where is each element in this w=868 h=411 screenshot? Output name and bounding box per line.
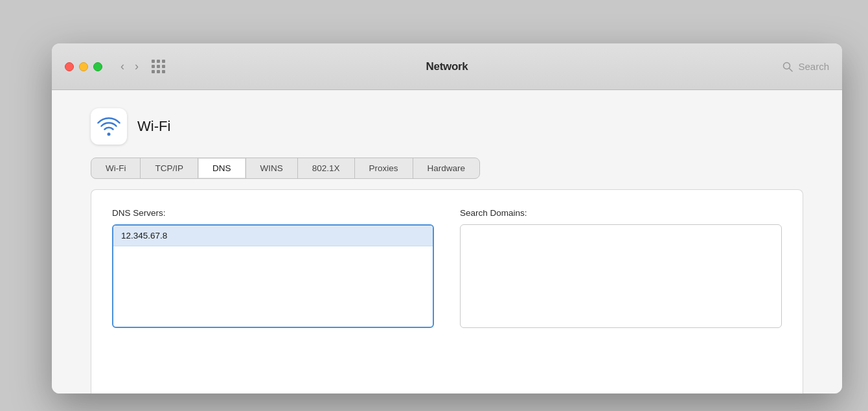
grid-dot: [152, 60, 155, 63]
tab-dns[interactable]: DNS: [198, 158, 246, 178]
search-domains-box[interactable]: [460, 224, 782, 328]
dns-entry[interactable]: 12.345.67.8: [113, 226, 433, 246]
tab-8021x[interactable]: 802.1X: [298, 158, 355, 178]
wifi-label: Wi-Fi: [137, 118, 170, 135]
grid-dot: [157, 60, 160, 63]
tab-hardware[interactable]: Hardware: [413, 158, 480, 178]
grid-dot: [157, 70, 160, 73]
nav-buttons: ‹ ›: [120, 60, 139, 73]
back-button[interactable]: ‹: [120, 60, 124, 73]
tab-wins[interactable]: WINS: [246, 158, 298, 178]
search-domains-label: Search Domains:: [460, 208, 782, 218]
close-button[interactable]: [65, 62, 74, 71]
grid-dot: [152, 70, 155, 73]
dns-servers-section: DNS Servers: 12.345.67.8: [112, 208, 434, 375]
tab-proxies[interactable]: Proxies: [355, 158, 413, 178]
main-panel: DNS Servers: 12.345.67.8 Search Domains:: [91, 189, 803, 393]
dns-list-box[interactable]: 12.345.67.8: [112, 224, 434, 328]
search-area[interactable]: Search: [782, 61, 829, 72]
search-label: Search: [798, 61, 829, 72]
grid-dot: [157, 65, 160, 68]
content-area: Wi-Fi Wi-Fi TCP/IP DNS WINS 802.1X Proxi…: [52, 90, 842, 393]
grid-dot: [162, 65, 165, 68]
tab-bar: Wi-Fi TCP/IP DNS WINS 802.1X Proxies Har…: [52, 158, 842, 179]
titlebar: ‹ › Network Search: [52, 43, 842, 90]
maximize-button[interactable]: [93, 62, 102, 71]
grid-dot: [162, 60, 165, 63]
grid-dot: [162, 70, 165, 73]
tab-wifi[interactable]: Wi-Fi: [91, 158, 141, 178]
page-title: Network: [426, 60, 468, 73]
tab-bar-inner: Wi-Fi TCP/IP DNS WINS 802.1X Proxies Har…: [91, 158, 480, 179]
grid-button[interactable]: [152, 60, 165, 73]
forward-button[interactable]: ›: [135, 60, 139, 73]
system-preferences-window: ‹ › Network Search: [52, 43, 842, 393]
minimize-button[interactable]: [79, 62, 88, 71]
svg-line-1: [790, 68, 793, 71]
tab-tcpip[interactable]: TCP/IP: [141, 158, 198, 178]
search-domains-section: Search Domains:: [460, 208, 782, 375]
traffic-lights: [65, 62, 102, 71]
dns-servers-label: DNS Servers:: [112, 208, 434, 218]
grid-dot: [152, 65, 155, 68]
wifi-icon-box: [91, 108, 127, 145]
search-icon: [782, 62, 793, 72]
wifi-header: Wi-Fi: [52, 90, 842, 158]
wifi-icon: [97, 115, 120, 138]
